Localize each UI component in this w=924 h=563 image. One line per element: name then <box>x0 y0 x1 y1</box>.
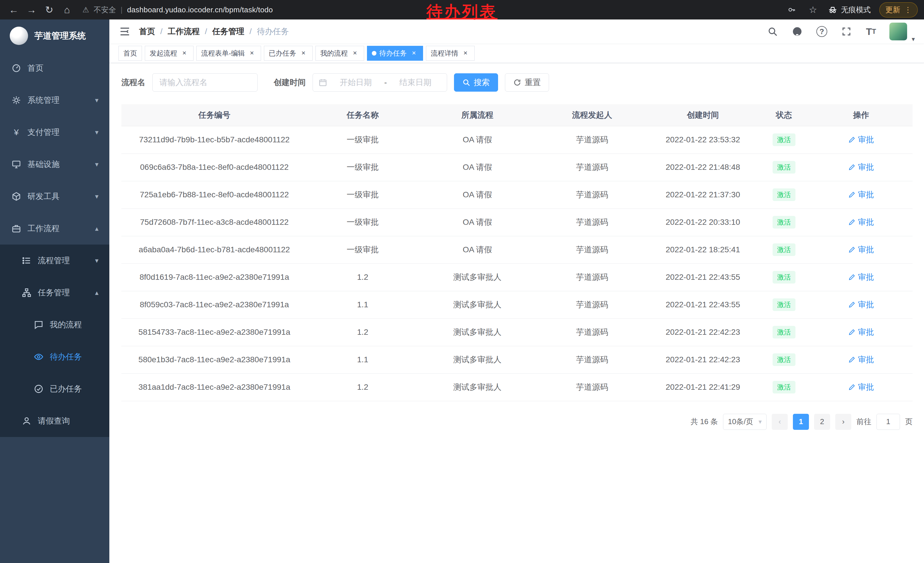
sidebar-item-label: 任务管理 <box>38 287 70 298</box>
tree-icon <box>21 287 32 298</box>
incognito-icon <box>828 5 837 15</box>
approve-link[interactable]: 审批 <box>848 162 874 173</box>
font-size-icon[interactable]: TT <box>865 25 878 38</box>
sidebar-item-label: 研发工具 <box>27 191 60 202</box>
fullscreen-icon[interactable] <box>840 25 853 38</box>
github-icon[interactable] <box>791 25 804 38</box>
breadcrumb-task-mgmt[interactable]: 任务管理 <box>212 26 244 37</box>
app-logo[interactable]: 芋道管理系统 <box>0 20 110 52</box>
status-badge: 激活 <box>772 188 795 201</box>
page-button-1[interactable]: 1 <box>793 414 809 430</box>
search-button[interactable]: 搜索 <box>454 73 498 92</box>
update-button[interactable]: 更新 ⋮ <box>879 2 918 18</box>
close-icon[interactable]: × <box>299 49 308 57</box>
browser-home-button[interactable]: ⌂ <box>60 2 74 17</box>
pencil-icon <box>848 246 856 254</box>
tab-done-tasks[interactable]: 已办任务 × <box>264 46 313 61</box>
close-icon[interactable]: × <box>351 49 359 57</box>
avatar-caret-icon[interactable]: ▾ <box>912 36 915 43</box>
pagination-total: 共 16 条 <box>691 417 718 427</box>
date-range-picker[interactable]: 开始日期 - 结束日期 <box>313 73 447 92</box>
pagination: 共 16 条 10条/页 ▾ ‹ 1 2 › 前往 页 <box>122 414 912 430</box>
page-size-select[interactable]: 10条/页 ▾ <box>723 414 766 430</box>
breadcrumb-separator: / <box>160 27 163 36</box>
pencil-icon <box>848 356 856 363</box>
col-task-name: 任务名称 <box>308 104 418 126</box>
tab-home[interactable]: 首页 <box>118 46 142 61</box>
sidebar-menu: 首页 系统管理 ▾ ¥ 支付管理 ▾ 基础设施 ▾ 研发工具 ▾ <box>0 52 110 563</box>
approve-link[interactable]: 审批 <box>848 299 874 310</box>
warning-icon: ⚠ <box>82 6 89 14</box>
close-icon[interactable]: × <box>410 49 418 57</box>
tab-process-detail[interactable]: 流程详情 × <box>426 46 475 61</box>
approve-link[interactable]: 审批 <box>848 327 874 338</box>
approve-link[interactable]: 审批 <box>848 189 874 200</box>
breadcrumb-workflow[interactable]: 工作流程 <box>168 26 200 37</box>
table-row: 73211d9d-7b9b-11ec-b5b7-acde48001122 一级审… <box>122 126 912 153</box>
sidebar-item-process-mgmt[interactable]: 流程管理 ▾ <box>0 245 110 277</box>
approve-link[interactable]: 审批 <box>848 382 874 393</box>
sidebar-item-payment[interactable]: ¥ 支付管理 ▾ <box>0 116 110 148</box>
start-date-placeholder: 开始日期 <box>330 77 381 88</box>
sidebar-item-label: 系统管理 <box>27 95 60 106</box>
col-initiator: 流程发起人 <box>537 104 648 126</box>
key-icon[interactable] <box>786 3 798 16</box>
goto-page-input[interactable] <box>876 414 900 430</box>
tags-view: 首页 发起流程 × 流程表单-编辑 × 已办任务 × 我的流程 × 待办任务 × <box>110 44 924 63</box>
chevron-up-icon: ▴ <box>95 289 99 297</box>
search-icon[interactable] <box>766 25 779 38</box>
prev-page-button[interactable]: ‹ <box>772 414 788 430</box>
browser-back-button[interactable]: ← <box>6 2 21 17</box>
col-process: 所属流程 <box>418 104 537 126</box>
page-button-2[interactable]: 2 <box>814 414 830 430</box>
search-icon <box>462 78 470 87</box>
sidebar-item-devtools[interactable]: 研发工具 ▾ <box>0 180 110 213</box>
chevron-down-icon: ▾ <box>95 161 99 168</box>
annotation-text: 待办列表 <box>426 1 498 23</box>
sidebar-item-workflow[interactable]: 工作流程 ▴ <box>0 213 110 245</box>
logo-avatar <box>10 27 28 45</box>
yen-icon: ¥ <box>11 127 22 138</box>
table-row: 75d72608-7b7f-11ec-a3c8-acde48001122 一级审… <box>122 209 912 236</box>
tab-start-process[interactable]: 发起流程 × <box>145 46 194 61</box>
status-badge: 激活 <box>772 326 795 338</box>
sidebar-item-task-mgmt[interactable]: 任务管理 ▴ <box>0 277 110 309</box>
pencil-icon <box>848 273 856 281</box>
table-row: 58154733-7ac8-11ec-a9e2-a2380e71991a 1.2… <box>122 318 912 346</box>
sidebar-item-leave-query[interactable]: 请假查询 <box>0 405 110 437</box>
sidebar-item-system[interactable]: 系统管理 ▾ <box>0 84 110 116</box>
approve-link[interactable]: 审批 <box>848 272 874 283</box>
approve-link[interactable]: 审批 <box>848 244 874 255</box>
approve-link[interactable]: 审批 <box>848 134 874 145</box>
approve-link[interactable]: 审批 <box>848 217 874 228</box>
pencil-icon <box>848 383 856 391</box>
eye-icon <box>33 351 44 362</box>
avatar[interactable] <box>890 23 907 41</box>
tab-my-process[interactable]: 我的流程 × <box>315 46 364 61</box>
reset-button[interactable]: 重置 <box>505 73 549 92</box>
sidebar-item-label: 待办任务 <box>50 351 82 362</box>
address-bar[interactable]: ⚠ 不安全 | dashboard.yudao.iocoder.cn/bpm/t… <box>82 5 273 15</box>
close-icon[interactable]: × <box>248 49 256 57</box>
help-icon[interactable]: ? <box>816 25 828 38</box>
sidebar-item-infra[interactable]: 基础设施 ▾ <box>0 148 110 180</box>
process-name-input[interactable] <box>152 73 258 92</box>
sidebar-item-home[interactable]: 首页 <box>0 52 110 84</box>
next-page-button[interactable]: › <box>835 414 851 430</box>
approve-link[interactable]: 审批 <box>848 354 874 365</box>
breadcrumb-home[interactable]: 首页 <box>139 26 155 37</box>
sidebar-collapse-icon[interactable] <box>118 25 131 38</box>
menu-dots-icon[interactable]: ⋮ <box>904 6 912 14</box>
chevron-down-icon: ▾ <box>95 128 99 136</box>
close-icon[interactable]: × <box>461 49 470 57</box>
browser-reload-button[interactable]: ↻ <box>42 2 57 17</box>
bookmark-star-icon[interactable]: ☆ <box>807 3 819 16</box>
close-icon[interactable]: × <box>180 49 189 57</box>
sidebar-item-todo-tasks[interactable]: 待办任务 <box>0 341 110 373</box>
table-row: 069c6a63-7b8a-11ec-8ef0-acde48001122 一级审… <box>122 153 912 181</box>
tab-todo-tasks[interactable]: 待办任务 × <box>367 46 423 61</box>
tab-form-edit[interactable]: 流程表单-编辑 × <box>196 46 261 61</box>
sidebar-item-done-tasks[interactable]: 已办任务 <box>0 373 110 405</box>
browser-forward-button[interactable]: → <box>24 2 39 17</box>
sidebar-item-my-process[interactable]: 我的流程 <box>0 309 110 341</box>
